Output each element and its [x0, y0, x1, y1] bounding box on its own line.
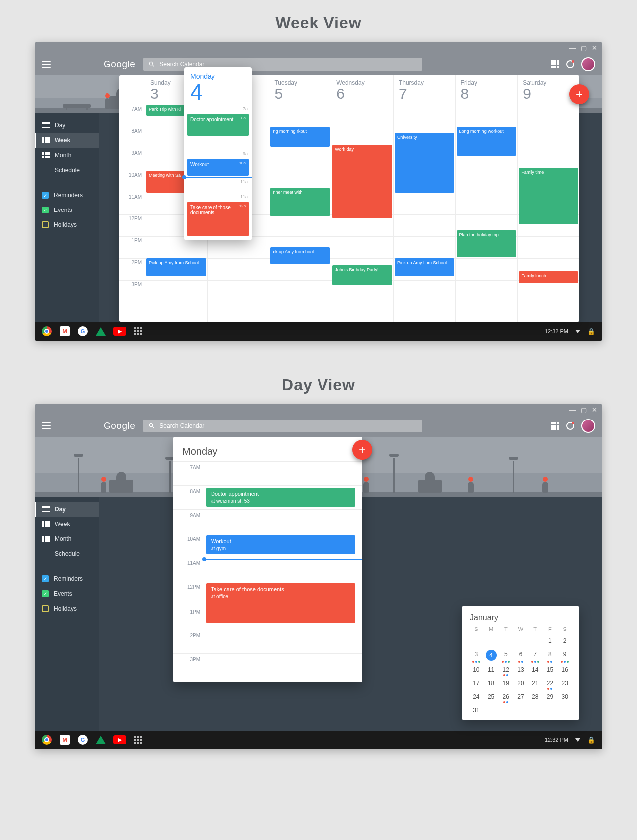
mini-calendar-day[interactable]: 23 — [557, 679, 572, 688]
event-block[interactable]: Take care of those documents12p — [187, 202, 249, 236]
apps-launcher-icon[interactable] — [134, 327, 142, 335]
google-icon[interactable]: G — [78, 735, 88, 745]
event-block[interactable]: Family lunch — [519, 271, 578, 283]
avatar[interactable] — [581, 57, 595, 71]
mini-calendar-day[interactable]: 21 — [528, 679, 543, 688]
day-column-saturday[interactable]: Saturday9Family timeFamily lunch — [518, 75, 579, 322]
event-block[interactable]: ng morning rkout — [270, 127, 330, 147]
day-row[interactable]: 9AM — [173, 509, 362, 533]
mini-calendar-day[interactable]: 26 — [498, 692, 513, 701]
window-close[interactable]: ✕ — [592, 406, 597, 414]
mini-calendar-day[interactable]: 7 — [528, 650, 543, 661]
chrome-icon[interactable] — [42, 326, 52, 336]
mini-calendar-day[interactable]: 5 — [498, 650, 513, 661]
mini-calendar-day[interactable]: 8 — [543, 650, 558, 661]
mini-calendar-day[interactable]: 24 — [469, 692, 484, 701]
sidebar-filter-reminders[interactable]: ✓Reminders — [35, 571, 99, 586]
window-close[interactable]: ✕ — [592, 44, 597, 52]
apps-launcher-icon[interactable] — [134, 736, 142, 744]
day-row[interactable]: 11AM — [173, 557, 362, 581]
apps-icon[interactable] — [551, 60, 559, 68]
mini-calendar-day[interactable]: 25 — [484, 692, 499, 701]
selected-day-card[interactable]: Monday 4 7aDoctor appointment8a9aWorkout… — [184, 67, 252, 240]
event-block[interactable]: Plan the holiday trip — [457, 230, 517, 257]
youtube-icon[interactable]: ▶ — [113, 735, 126, 744]
sidebar-item-schedule[interactable]: Schedule — [35, 163, 99, 178]
day-column-thursday[interactable]: Thursday7UniversityPick up Amy from Scho… — [394, 75, 456, 322]
event-block[interactable]: Workoutat gym — [206, 535, 355, 554]
day-row[interactable]: 1PM — [173, 606, 362, 630]
mini-calendar-day[interactable]: 14 — [528, 665, 543, 674]
event-block[interactable]: nner meet with — [270, 188, 330, 216]
event-block[interactable]: Family time — [519, 168, 578, 224]
mini-calendar-day[interactable]: 11 — [484, 665, 499, 674]
chrome-icon[interactable] — [42, 735, 52, 745]
mini-calendar-day[interactable]: 28 — [528, 692, 543, 701]
search-input[interactable]: Search Calendar — [143, 420, 422, 432]
mini-calendar-day[interactable]: 13 — [513, 665, 528, 674]
gmail-icon[interactable]: M — [60, 326, 70, 336]
event-block[interactable]: University — [395, 133, 454, 193]
sidebar-item-month[interactable]: Month — [35, 148, 99, 163]
add-event-button[interactable]: + — [352, 440, 372, 460]
notifications-icon[interactable] — [566, 60, 574, 68]
lock-icon[interactable]: 🔒 — [587, 328, 595, 335]
mini-calendar-day[interactable]: 27 — [513, 692, 528, 701]
mini-calendar-day[interactable]: 22 — [543, 679, 558, 688]
event-block[interactable]: John's Birthday Party! — [332, 265, 392, 285]
event-block[interactable]: ck up Amy from hool — [270, 247, 330, 264]
mini-calendar-day[interactable]: 30 — [557, 692, 572, 701]
drive-icon[interactable] — [96, 736, 106, 744]
sidebar-item-week[interactable]: Week — [35, 133, 99, 148]
event-block[interactable]: Doctor appointment8a — [187, 114, 249, 136]
sidebar-filter-events[interactable]: ✓Events — [35, 586, 99, 601]
day-column-wednsday[interactable]: Wednsday6Work dayJohn's Birthday Party! — [331, 75, 394, 322]
add-event-button[interactable]: + — [569, 84, 589, 104]
sidebar-filter-holidays[interactable]: Holidays — [35, 217, 99, 232]
day-row[interactable]: 10AMWorkoutat gym — [173, 533, 362, 557]
event-block[interactable]: Work day — [332, 145, 392, 218]
mini-calendar-day[interactable]: 15 — [543, 665, 558, 674]
sidebar-item-week[interactable]: Week — [35, 517, 99, 531]
mini-calendar-day[interactable]: 6 — [513, 650, 528, 661]
gmail-icon[interactable]: M — [60, 735, 70, 745]
day-row[interactable]: 8AMDoctor appointmentat weizman st. 53 — [173, 485, 362, 509]
window-maximize[interactable]: ▢ — [581, 406, 587, 414]
window-minimize[interactable]: — — [569, 44, 576, 52]
drive-icon[interactable] — [96, 327, 106, 336]
mini-calendar-day[interactable]: 1 — [543, 636, 558, 645]
day-row[interactable]: 2PM — [173, 630, 362, 653]
menu-icon[interactable] — [42, 422, 51, 429]
notifications-icon[interactable] — [566, 422, 574, 430]
window-minimize[interactable]: — — [569, 406, 576, 414]
sidebar-filter-reminders[interactable]: ✓Reminders — [35, 188, 99, 203]
event-block[interactable]: Workout10a — [187, 159, 249, 176]
google-icon[interactable]: G — [78, 326, 88, 336]
event-block[interactable]: Pick up Amy from School — [395, 258, 454, 276]
tray-expand-icon[interactable] — [575, 330, 580, 333]
mini-calendar-day[interactable]: 12 — [498, 665, 513, 674]
sidebar-item-day[interactable]: Day — [35, 118, 99, 133]
window-maximize[interactable]: ▢ — [581, 44, 587, 52]
sidebar-item-month[interactable]: Month — [35, 531, 99, 546]
mini-calendar-day[interactable]: 3 — [469, 650, 484, 661]
day-row[interactable]: 7AM — [173, 461, 362, 485]
sidebar-item-day[interactable]: Day — [35, 502, 99, 517]
mini-calendar-day[interactable]: 29 — [543, 692, 558, 701]
day-row[interactable]: 12PMTake care of those documentsat offic… — [173, 581, 362, 606]
mini-calendar[interactable]: January SMTWTFS1234567891011121314151617… — [462, 606, 579, 720]
event-block[interactable]: Long morning workout — [457, 127, 517, 156]
tray-expand-icon[interactable] — [575, 738, 580, 742]
mini-calendar-day[interactable]: 16 — [557, 665, 572, 674]
day-column-tuesday[interactable]: Tuesday5ng morning rkoutnner meet withck… — [269, 75, 331, 322]
sidebar-filter-events[interactable]: ✓Events — [35, 203, 99, 217]
mini-calendar-day[interactable]: 19 — [498, 679, 513, 688]
mini-calendar-day[interactable]: 18 — [484, 679, 499, 688]
mini-calendar-day[interactable]: 4 — [484, 650, 499, 661]
youtube-icon[interactable]: ▶ — [113, 327, 126, 336]
apps-icon[interactable] — [551, 422, 559, 430]
avatar[interactable] — [581, 419, 595, 433]
mini-calendar-day[interactable]: 20 — [513, 679, 528, 688]
mini-calendar-day[interactable]: 2 — [557, 636, 572, 645]
sidebar-item-schedule[interactable]: Schedule — [35, 546, 99, 561]
